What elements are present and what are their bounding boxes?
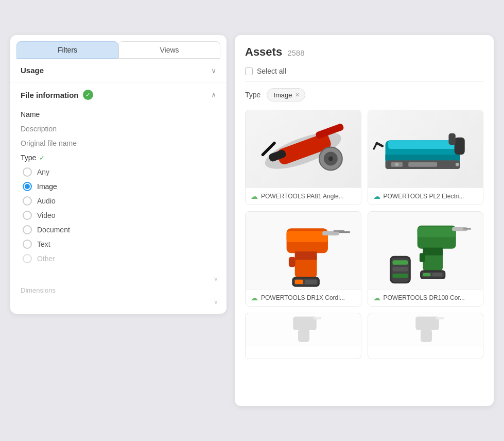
radio-document-button[interactable] <box>23 225 32 234</box>
dimensions-section[interactable]: Dimensions <box>10 282 227 296</box>
asset-footer-pl2: ☁ POWERTOOLS PL2 Electri... <box>368 188 483 205</box>
asset-name-dr1x: POWERTOOLS DR1X Cordl... <box>261 294 345 301</box>
svg-rect-12 <box>448 133 455 145</box>
filter-image-tag[interactable]: Image × <box>267 88 305 101</box>
svg-point-16 <box>395 163 398 166</box>
asset-image-pa81 <box>246 110 361 188</box>
tab-views[interactable]: Views <box>118 41 220 59</box>
file-info-chevron-icon: ∧ <box>211 91 216 99</box>
svg-rect-45 <box>392 267 408 272</box>
app-container: Filters Views Usage ∨ File information ✓… <box>10 35 494 406</box>
svg-rect-52 <box>436 317 444 319</box>
filter-tags-row: Type Image × <box>245 88 483 101</box>
asset-footer-dr1x: ☁ POWERTOOLS DR1X Cordl... <box>246 289 361 306</box>
file-info-title-row: File information ✓ <box>21 90 93 100</box>
type-label: Type <box>21 154 36 162</box>
svg-rect-51 <box>415 317 439 330</box>
radio-video[interactable]: Video <box>21 208 216 223</box>
filter-tag-close-icon[interactable]: × <box>296 91 300 99</box>
cloud-icon-dr1x: ☁ <box>251 294 258 302</box>
radio-text-label: Text <box>37 240 50 248</box>
assets-count: 2588 <box>287 48 304 57</box>
radio-document[interactable]: Document <box>21 223 216 237</box>
svg-rect-26 <box>295 251 317 260</box>
svg-rect-31 <box>289 257 296 267</box>
svg-rect-37 <box>423 248 443 256</box>
svg-rect-21 <box>287 231 328 242</box>
cloud-icon-pa81: ☁ <box>251 192 258 200</box>
radio-other-label: Other <box>37 255 55 263</box>
svg-rect-47 <box>419 253 425 262</box>
asset-card-dr1x[interactable]: ☁ POWERTOOLS DR1X Cordl... <box>245 211 361 307</box>
usage-chevron-icon: ∨ <box>211 66 216 75</box>
scroll-hint-1: ∨ <box>10 273 227 282</box>
select-all-row: Select all <box>245 67 483 82</box>
radio-image[interactable]: Image <box>21 179 216 194</box>
file-info-check-icon: ✓ <box>83 90 93 100</box>
radio-text[interactable]: Text <box>21 237 216 251</box>
filter-name[interactable]: Name <box>21 107 216 122</box>
radio-any[interactable]: Any <box>21 165 216 179</box>
assets-panel: Assets 2588 Select all Type Image × <box>235 35 494 406</box>
type-row: Type ✓ <box>21 150 216 165</box>
filter-original-file-name[interactable]: Original file name <box>21 136 216 150</box>
scroll-hint-2: ∨ <box>10 296 227 306</box>
svg-rect-44 <box>392 260 408 265</box>
cloud-icon-dr100: ☁ <box>373 294 380 302</box>
asset-card-dr100[interactable]: ☁ POWERTOOLS DR100 Cor... <box>368 211 484 307</box>
svg-rect-10 <box>388 140 457 149</box>
asset-image-partial2 <box>368 313 483 347</box>
radio-text-button[interactable] <box>23 240 32 249</box>
radio-other-button <box>23 254 32 263</box>
svg-line-19 <box>374 143 377 149</box>
radio-image-label: Image <box>37 182 57 191</box>
asset-card-partial2[interactable] <box>368 313 484 359</box>
assets-grid: ☁ POWERTOOLS PA81 Angle... <box>245 110 483 359</box>
tab-filters[interactable]: Filters <box>16 41 118 59</box>
svg-rect-48 <box>293 317 317 330</box>
svg-rect-30 <box>305 280 317 284</box>
asset-image-partial1 <box>246 313 361 347</box>
asset-footer-dr100: ☁ POWERTOOLS DR100 Cor... <box>368 289 483 306</box>
radio-audio[interactable]: Audio <box>21 194 216 208</box>
svg-rect-46 <box>392 274 408 278</box>
svg-rect-9 <box>385 155 460 160</box>
asset-card-pa81[interactable]: ☁ POWERTOOLS PA81 Angle... <box>245 110 361 205</box>
file-info-header[interactable]: File information ✓ ∧ <box>21 90 216 100</box>
asset-card-pl2[interactable]: ☁ POWERTOOLS PL2 Electri... <box>368 110 484 205</box>
panel-tabs: Filters Views <box>10 35 227 59</box>
asset-image-pl2 <box>368 110 483 188</box>
svg-rect-40 <box>423 273 430 276</box>
radio-video-label: Video <box>37 211 56 219</box>
type-check-icon: ✓ <box>39 154 45 162</box>
radio-image-button[interactable] <box>23 182 32 191</box>
radio-audio-label: Audio <box>37 197 56 205</box>
cloud-icon-pl2: ☁ <box>373 192 380 200</box>
asset-footer-pa81: ☁ POWERTOOLS PA81 Angle... <box>246 188 361 205</box>
asset-card-partial1[interactable] <box>245 313 361 359</box>
radio-audio-button[interactable] <box>23 196 32 206</box>
asset-image-dr100 <box>368 212 483 289</box>
filters-panel: Filters Views Usage ∨ File information ✓… <box>10 35 227 314</box>
svg-rect-50 <box>298 329 309 342</box>
usage-section-header[interactable]: Usage ∨ <box>21 66 216 75</box>
svg-line-18 <box>376 143 382 146</box>
assets-header: Assets 2588 <box>245 45 483 59</box>
radio-image-inner <box>25 184 30 189</box>
select-all-label: Select all <box>257 67 286 75</box>
svg-rect-41 <box>432 273 442 276</box>
svg-rect-53 <box>421 329 432 342</box>
asset-image-dr1x <box>246 212 361 289</box>
svg-rect-33 <box>417 227 456 237</box>
asset-name-pl2: POWERTOOLS PL2 Electri... <box>384 193 464 200</box>
usage-section-title: Usage <box>21 66 44 75</box>
radio-any-label: Any <box>37 168 49 176</box>
filter-tag-text: Image <box>273 91 292 99</box>
radio-video-button[interactable] <box>23 211 32 220</box>
select-all-checkbox[interactable] <box>245 67 253 75</box>
filter-description[interactable]: Description <box>21 122 216 136</box>
usage-section: Usage ∨ <box>10 59 227 82</box>
asset-name-dr100: POWERTOOLS DR100 Cor... <box>384 294 465 301</box>
radio-any-button[interactable] <box>23 167 32 177</box>
asset-name-pa81: POWERTOOLS PA81 Angle... <box>261 193 344 200</box>
